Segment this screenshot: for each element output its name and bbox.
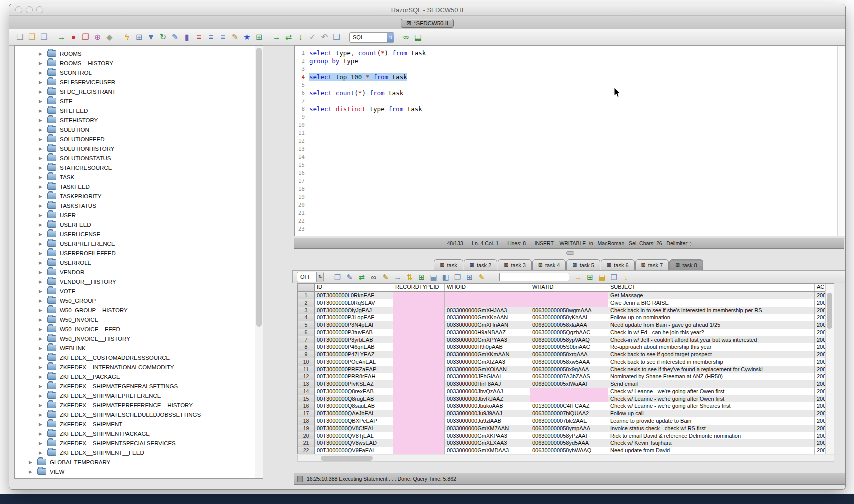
goto-row-icon[interactable]: → — [393, 272, 402, 282]
cell-activitydate[interactable]: 200 — [815, 358, 826, 366]
cell-subject[interactable]: Check w/ Leanne - we're going after Owen… — [608, 388, 815, 396]
tree-item[interactable]: ▶ VENDOR — [15, 268, 263, 277]
tree-item[interactable]: ▶ VENDOR__HISTORY — [15, 277, 263, 286]
cell-recordtypeid[interactable] — [394, 322, 445, 329]
editor-line[interactable]: 9 — [295, 114, 845, 122]
editor-line[interactable]: 18 — [295, 186, 845, 194]
row-number[interactable]: 19 — [298, 425, 315, 432]
editor-line[interactable]: 1 select type, count(*) from task — [295, 50, 845, 58]
cell-whoid[interactable]: 0033000000H9aNBAAZ — [445, 329, 530, 336]
disclosure-triangle-icon[interactable]: ▶ — [39, 146, 44, 152]
cell-whatid[interactable]: 006300000058yKhAAI — [530, 314, 608, 322]
reconnect-icon[interactable]: ⇄ — [284, 33, 294, 42]
cell-activitydate[interactable]: 200 — [815, 344, 826, 351]
sort-desc-icon[interactable]: ≡ — [218, 33, 228, 42]
disclosure-triangle-icon[interactable]: ▶ — [39, 80, 44, 85]
cell-whoid[interactable]: 0033000000GmXKPAA3 — [445, 432, 530, 440]
table-row[interactable]: 9 00T3000000P47LYEAZ 0033000000GmXKmAAN … — [298, 351, 834, 358]
cell-whatid[interactable]: 006300000058x9qAAA — [530, 366, 608, 374]
cell-activitydate[interactable]: 200 — [815, 447, 826, 454]
cell-whatid[interactable] — [530, 388, 608, 396]
cell-recordtypeid[interactable] — [394, 329, 445, 336]
stepper-icon[interactable]: ⇅ — [316, 272, 324, 282]
row-number[interactable]: 22 — [298, 447, 315, 454]
cell-recordtypeid[interactable] — [394, 432, 445, 440]
disclosure-triangle-icon[interactable]: ▶ — [39, 384, 44, 389]
table-row[interactable]: 13 00T3000000PfvKSEAZ 0033000000HirF8AAJ… — [298, 380, 834, 388]
cell-whatid[interactable]: 0013000000C4fFCAAZ — [530, 402, 608, 410]
cell-recordtypeid[interactable] — [394, 440, 445, 447]
save-icon[interactable]: ❒ — [40, 33, 49, 42]
cell-whoid[interactable]: 0033000000Ju9zlAAB — [445, 418, 530, 425]
result-tab[interactable]: ⊠ task 5 — [566, 260, 600, 270]
cell-activitydate[interactable]: 200 — [815, 366, 826, 374]
disclosure-triangle-icon[interactable]: ▶ — [39, 289, 44, 294]
cell-subject[interactable]: Send email — [608, 380, 815, 388]
cell-recordtypeid[interactable] — [394, 425, 445, 432]
editor-line[interactable]: 12 — [295, 138, 845, 146]
table-row[interactable]: 3 00T3000000OiyJgEAJ 0033000000GmXHJAA3 … — [298, 307, 834, 314]
favorites-star-icon[interactable]: ★ — [242, 33, 252, 42]
filter-sort-edit-icon[interactable]: ✎ — [345, 272, 354, 282]
refresh-schema-icon[interactable]: ↻ — [158, 33, 168, 42]
tree-item[interactable]: ▶ TASKFEED — [15, 182, 263, 192]
cell-subject[interactable]: Check-in w/ Jeff - couldn't afford last … — [608, 336, 815, 344]
disclosure-triangle-icon[interactable]: ▶ — [39, 184, 44, 190]
document-tab-sfdcw50[interactable]: ⊠ *SFDCW50 II — [401, 19, 454, 28]
table-vscroll-thumb[interactable] — [827, 293, 832, 329]
cell-whatid[interactable]: 006300000058xlaAAA — [530, 322, 608, 329]
cell-whatid[interactable]: 006300000058xw5AAA — [530, 358, 608, 366]
cell-subject[interactable]: Leanne to provide update to Bain — [608, 418, 815, 425]
db-import-icon[interactable]: → — [57, 33, 66, 42]
export-table-icon[interactable]: ⊞ — [586, 272, 595, 282]
row-number[interactable]: 3 — [298, 307, 315, 314]
tree-item[interactable]: ▶ VOTE — [15, 286, 263, 296]
column-header[interactable]: AC — [815, 284, 826, 292]
cell-activitydate[interactable]: 200 — [815, 336, 826, 344]
cell-whatid[interactable] — [530, 292, 608, 300]
cell-whoid[interactable]: 0033000000GmXLXAA3 — [445, 440, 530, 447]
tree-item[interactable]: ▶ ZKFEDEX__SHIPMENT — [15, 420, 263, 429]
close-tab-icon[interactable]: ⊠ — [406, 20, 412, 26]
disclosure-triangle-icon[interactable]: ▶ — [39, 128, 44, 132]
column-header[interactable]: WHATID — [530, 284, 608, 292]
row-number[interactable]: 20 — [298, 432, 315, 440]
cell-activitydate[interactable]: 200 — [815, 410, 826, 418]
editor-line[interactable]: 2 group by type — [295, 58, 845, 66]
cell-subject[interactable]: Get Massage — [608, 292, 815, 300]
cell-subject[interactable]: Follow-up on nomination — [608, 314, 815, 322]
result-tab[interactable]: ⊠ task — [434, 260, 463, 270]
execute-lightning-icon[interactable]: ϟ — [122, 33, 132, 42]
cell-whatid[interactable]: 006300000058yd5AAA — [530, 440, 608, 447]
tree-item[interactable]: ▶ TASKSTATUS — [15, 201, 263, 210]
disclosure-triangle-icon[interactable]: ▶ — [39, 365, 44, 370]
table-row[interactable]: 19 00T3000000QV8CfEAL 0033000000GmXM7AAN… — [298, 425, 834, 432]
table-row[interactable]: 1 00T3000000L0RknEAF Get Massage 200 — [298, 292, 834, 300]
cell-activitydate[interactable]: 200 — [815, 300, 826, 307]
refresh-results-icon[interactable]: ⇄ — [357, 272, 366, 282]
disclosure-triangle-icon[interactable]: ▶ — [29, 460, 34, 465]
editor-line[interactable]: 5 — [295, 82, 845, 90]
disclosure-triangle-icon[interactable]: ▶ — [39, 422, 44, 427]
cell-activitydate[interactable]: 200 — [815, 329, 826, 336]
download-column-icon[interactable]: ↓ — [622, 272, 631, 282]
db-add-icon[interactable]: ⊕ — [93, 33, 102, 42]
disclosure-triangle-icon[interactable]: ▶ — [39, 336, 44, 342]
disclosure-triangle-icon[interactable]: ▶ — [39, 118, 44, 123]
row-number[interactable]: 13 — [298, 380, 315, 388]
tree-item[interactable]: ▶ ZKFEDEX__SHIPMATEPREFERENCE — [15, 391, 263, 400]
disclosure-triangle-icon[interactable]: ▶ — [39, 90, 44, 94]
cell-activitydate[interactable]: 200 — [815, 322, 826, 329]
table-row[interactable]: 10 00T3000000POeAnEAL 0033000000GmXIZAA3… — [298, 358, 834, 366]
table-row[interactable]: 21 00T3000000QV8wsEAD 0033000000GmXLXAA3… — [298, 440, 834, 447]
disclosure-triangle-icon[interactable]: ▶ — [39, 52, 44, 56]
row-number[interactable]: 15 — [298, 396, 315, 403]
cell-subject[interactable]: Invoice status check - check w/ RS first — [608, 425, 815, 432]
row-number[interactable]: 6 — [298, 329, 315, 336]
tree-item[interactable]: ▶ USERLICENSE — [15, 230, 263, 239]
tree-item[interactable]: ▶ W50_INVOICE__FEED — [15, 324, 263, 334]
splitter-grip[interactable] — [566, 252, 574, 255]
save-results-icon[interactable]: ❒ — [333, 272, 342, 282]
cell-whoid[interactable]: 0033000000GmXKmAAN — [445, 351, 530, 358]
sql-editor[interactable]: 1 select type, count(*) from task 2 grou… — [294, 46, 846, 236]
